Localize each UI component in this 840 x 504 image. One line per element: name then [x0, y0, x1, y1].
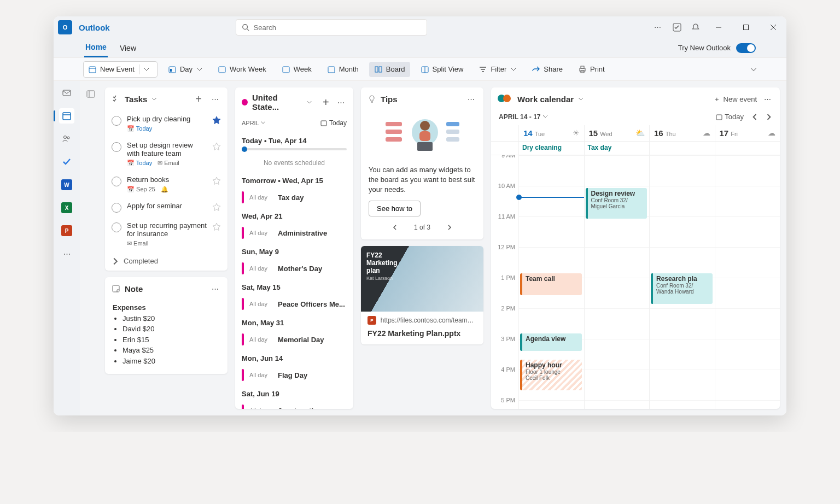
calendar-allday-cell[interactable]: [649, 142, 715, 155]
calendar-day-column[interactable]: Research plaConf Room 32/Wanda Howard: [649, 155, 715, 409]
share-button[interactable]: Share: [527, 62, 568, 77]
window-minimize-button[interactable]: [710, 19, 727, 36]
tips-cta-button[interactable]: See how to: [369, 201, 421, 216]
calendar-allday-cell[interactable]: Tax day: [584, 142, 650, 155]
calendar-day-column[interactable]: [715, 155, 780, 409]
task-text: Apply for seminar: [127, 202, 207, 210]
tab-view[interactable]: View: [119, 39, 137, 57]
holiday-event[interactable]: All day Flag Day: [242, 366, 347, 384]
holiday-allday-label: All day: [249, 265, 272, 272]
calendar-day-column[interactable]: Design reviewConf Room 32/Miguel Garcia: [584, 155, 650, 409]
search-input[interactable]: Search: [236, 19, 427, 36]
holiday-color-bar: [242, 333, 244, 345]
star-icon[interactable]: [212, 177, 221, 185]
task-checkbox[interactable]: [112, 116, 121, 126]
calendar-day-column[interactable]: Team callAgenda viewHappy hourFloor 1 lo…: [518, 155, 584, 409]
new-event-dropdown[interactable]: [139, 65, 153, 74]
calendar-day-header[interactable]: 14Tue☀: [518, 125, 584, 141]
window-maximize-button[interactable]: [737, 19, 755, 36]
rail-calendar[interactable]: [59, 108, 74, 124]
tasks-more-button[interactable]: ⋯: [209, 93, 221, 105]
view-board-button[interactable]: Board: [369, 62, 410, 77]
rail-word[interactable]: W: [59, 177, 74, 192]
cal-new-event-button[interactable]: +New event: [715, 93, 757, 105]
view-month-button[interactable]: Month: [322, 62, 364, 77]
holiday-event[interactable]: All day Tax day: [242, 188, 347, 207]
star-icon[interactable]: [212, 142, 221, 151]
view-day-button[interactable]: Day: [163, 62, 207, 77]
calendar-small-icon: [716, 114, 722, 120]
task-checkbox[interactable]: [112, 222, 121, 232]
split-view-button[interactable]: Split View: [416, 62, 469, 77]
svg-point-28: [67, 137, 69, 139]
task-checkbox[interactable]: [112, 142, 121, 152]
rail-todo[interactable]: [59, 154, 74, 169]
chevron-down-icon[interactable]: [151, 96, 157, 102]
calendar-prev-button[interactable]: [751, 114, 758, 120]
note-more-button[interactable]: ⋯: [209, 283, 221, 295]
task-item[interactable]: Set up recurring payment for insurance ✉…: [105, 217, 228, 251]
star-icon[interactable]: [212, 203, 221, 212]
holiday-event[interactable]: All day Administrative: [242, 224, 347, 242]
ribbon-expand-icon[interactable]: [750, 66, 757, 73]
task-item[interactable]: Set up design review with feature team 📅…: [105, 137, 228, 171]
holiday-event[interactable]: All day Memorial Day: [242, 330, 347, 349]
filter-button[interactable]: Filter: [474, 62, 521, 77]
tab-home[interactable]: Home: [84, 38, 108, 57]
calendar-event[interactable]: Design reviewConf Room 32/Miguel Garcia: [586, 188, 648, 219]
rail-excel[interactable]: X: [59, 200, 74, 215]
task-checkbox[interactable]: [112, 177, 121, 186]
holidays-today-button[interactable]: Today: [320, 119, 347, 127]
task-pane-icon[interactable]: [673, 23, 681, 32]
panel-icon[interactable]: [86, 90, 95, 98]
task-item[interactable]: Return books 📅 Sep 25 🔔: [105, 171, 228, 197]
view-workweek-button[interactable]: Work Week: [213, 62, 271, 77]
chevron-down-icon[interactable]: [307, 99, 312, 105]
tips-prev-button[interactable]: [392, 225, 398, 230]
chevron-down-icon[interactable]: [578, 96, 584, 102]
calendar-event[interactable]: Team call: [520, 273, 582, 295]
calendar-event[interactable]: Agenda view: [520, 333, 582, 351]
calendar-event[interactable]: Happy hourFloor 1 loungeCecil Folk: [520, 360, 582, 390]
holiday-event[interactable]: All day Peace Officers Me...: [242, 295, 347, 313]
calendar-more-button[interactable]: ⋯: [761, 93, 773, 105]
print-button[interactable]: Print: [573, 62, 610, 77]
holidays-scroll[interactable]: Today • Tue, Apr 14 No events scheduled …: [235, 131, 353, 409]
star-icon[interactable]: [212, 116, 221, 125]
rail-more[interactable]: ⋯: [59, 246, 74, 261]
holiday-event[interactable]: All day Juneteenth: [242, 401, 347, 409]
star-icon[interactable]: [212, 222, 221, 231]
calendar-day-header[interactable]: 16Thu☁: [649, 125, 715, 141]
calendar-allday-cell[interactable]: Dry cleaning: [518, 142, 584, 155]
rail-mail[interactable]: [59, 85, 74, 101]
add-task-button[interactable]: +: [192, 93, 205, 105]
calendar-today-button[interactable]: Today: [716, 113, 744, 121]
new-event-button[interactable]: New Event: [83, 61, 158, 78]
task-item[interactable]: Pick up dry cleaning 📅 Today: [105, 110, 228, 137]
now-indicator: [519, 197, 584, 198]
file-card[interactable]: FY22 Marketing plan Kat Larsson P https:…: [361, 246, 483, 344]
completed-row[interactable]: Completed: [105, 251, 228, 271]
note-body[interactable]: Expenses Justin $20David $20Erin $15Maya…: [105, 300, 228, 374]
bell-icon[interactable]: [691, 23, 700, 32]
more-icon[interactable]: ⋯: [654, 23, 663, 32]
rail-powerpoint[interactable]: P: [59, 223, 74, 238]
holiday-event[interactable]: All day Mother's Day: [242, 259, 347, 278]
calendar-range[interactable]: APRIL 14 - 17: [499, 113, 548, 121]
task-checkbox[interactable]: [112, 203, 121, 213]
holidays-month[interactable]: APRIL: [242, 120, 266, 126]
task-item[interactable]: Apply for seminar: [105, 197, 228, 217]
rail-people[interactable]: [59, 131, 74, 146]
calendar-allday-cell[interactable]: [715, 142, 780, 155]
tips-next-button[interactable]: [447, 225, 452, 230]
calendar-day-header[interactable]: 17Fri☁: [715, 125, 780, 141]
calendar-day-header[interactable]: 15Wed⛅: [584, 125, 650, 141]
try-new-toggle[interactable]: [736, 43, 756, 53]
calendar-next-button[interactable]: [766, 114, 772, 120]
tips-more-button[interactable]: ⋯: [465, 93, 477, 105]
view-week-button[interactable]: Week: [277, 62, 317, 77]
add-holiday-button[interactable]: +: [320, 96, 331, 108]
calendar-event[interactable]: Research plaConf Room 32/Wanda Howard: [651, 273, 713, 304]
holidays-more-button[interactable]: ⋯: [336, 96, 347, 108]
window-close-button[interactable]: [765, 19, 782, 36]
